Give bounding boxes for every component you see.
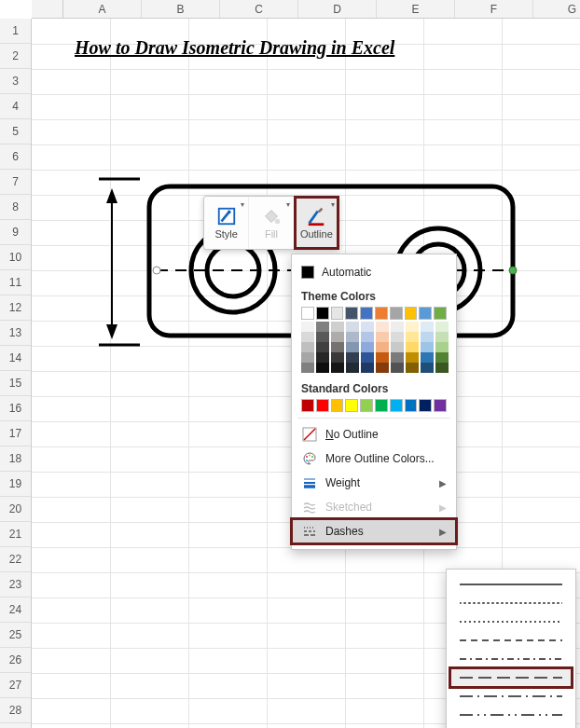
color-swatch[interactable] <box>316 342 329 352</box>
color-swatch[interactable] <box>376 352 389 363</box>
select-all-corner[interactable] <box>32 0 63 18</box>
row-header[interactable]: 17 <box>0 421 31 446</box>
color-swatch[interactable] <box>316 307 329 320</box>
color-swatch[interactable] <box>391 322 404 332</box>
color-swatch[interactable] <box>345 307 358 320</box>
color-swatch[interactable] <box>435 322 449 332</box>
color-swatch[interactable] <box>301 322 314 332</box>
dash-option-long-dash-dot[interactable] <box>450 687 572 706</box>
color-swatch[interactable] <box>361 322 374 332</box>
color-swatch[interactable] <box>406 342 419 352</box>
color-swatch[interactable] <box>331 399 344 412</box>
row-header[interactable]: 20 <box>0 497 31 522</box>
color-swatch[interactable] <box>346 322 359 332</box>
dash-option-solid[interactable] <box>450 575 572 594</box>
color-swatch[interactable] <box>435 352 449 363</box>
dashes-item[interactable]: Dashes ▶ <box>292 519 456 543</box>
row-header[interactable]: 21 <box>0 522 31 547</box>
color-swatch[interactable] <box>421 352 434 363</box>
dash-option-long-dash[interactable] <box>450 668 572 687</box>
row-header[interactable]: 8 <box>0 195 31 220</box>
color-swatch[interactable] <box>419 399 432 412</box>
row-header[interactable]: 18 <box>0 446 31 472</box>
style-button[interactable]: ▾ Style <box>204 197 249 249</box>
row-header[interactable]: 28 <box>0 698 31 723</box>
sketched-item[interactable]: Sketched ▶ <box>292 495 456 519</box>
color-swatch[interactable] <box>331 307 344 320</box>
color-swatch[interactable] <box>391 363 404 373</box>
color-swatch[interactable] <box>361 332 374 342</box>
row-header[interactable]: 15 <box>0 371 31 396</box>
color-swatch[interactable] <box>316 352 329 363</box>
color-swatch[interactable] <box>301 332 314 342</box>
color-swatch[interactable] <box>406 332 419 342</box>
color-swatch[interactable] <box>331 363 344 373</box>
row-header[interactable]: 2 <box>0 44 31 69</box>
row-header[interactable]: 1 <box>0 19 31 44</box>
color-swatch[interactable] <box>405 307 418 320</box>
color-swatch[interactable] <box>301 363 314 373</box>
color-swatch[interactable] <box>405 399 418 412</box>
row-header[interactable]: 11 <box>0 270 31 295</box>
color-swatch[interactable] <box>376 332 389 342</box>
row-header[interactable]: 10 <box>0 245 31 270</box>
color-swatch[interactable] <box>301 352 314 363</box>
row-header[interactable]: 24 <box>0 598 31 623</box>
color-swatch[interactable] <box>375 307 388 320</box>
color-swatch[interactable] <box>331 342 344 352</box>
row-header[interactable]: 6 <box>0 144 31 170</box>
row-header[interactable]: 26 <box>0 648 31 673</box>
color-swatch[interactable] <box>390 307 403 320</box>
row-header[interactable]: 14 <box>0 346 31 371</box>
row-header[interactable]: 3 <box>0 69 31 94</box>
color-swatch[interactable] <box>301 307 314 320</box>
column-header[interactable]: F <box>455 0 533 18</box>
color-swatch[interactable] <box>316 399 329 412</box>
dash-option-dash[interactable] <box>450 631 572 650</box>
color-swatch[interactable] <box>331 352 344 363</box>
color-swatch[interactable] <box>376 322 389 332</box>
dash-option-dash-dot[interactable] <box>450 650 572 668</box>
dash-option-long-dash-dot-dot[interactable] <box>450 706 572 724</box>
color-swatch[interactable] <box>434 399 447 412</box>
color-swatch[interactable] <box>435 342 449 352</box>
color-swatch[interactable] <box>346 352 359 363</box>
color-swatch[interactable] <box>301 342 314 352</box>
column-header[interactable]: E <box>377 0 455 18</box>
color-swatch[interactable] <box>375 399 388 412</box>
color-swatch[interactable] <box>331 322 344 332</box>
row-header[interactable]: 13 <box>0 321 31 346</box>
color-swatch[interactable] <box>391 342 404 352</box>
column-header[interactable]: D <box>298 0 377 18</box>
color-swatch[interactable] <box>376 342 389 352</box>
row-header[interactable]: 9 <box>0 220 31 245</box>
row-header[interactable]: 25 <box>0 623 31 648</box>
color-swatch[interactable] <box>301 399 314 412</box>
row-header[interactable]: 19 <box>0 472 31 497</box>
fill-button[interactable]: ▾ Fill <box>249 197 294 249</box>
color-swatch[interactable] <box>316 363 329 373</box>
color-swatch[interactable] <box>419 307 432 320</box>
color-swatch[interactable] <box>331 332 344 342</box>
color-swatch[interactable] <box>435 363 449 373</box>
column-header[interactable]: A <box>63 0 142 18</box>
row-header[interactable]: 7 <box>0 170 31 195</box>
color-swatch[interactable] <box>434 307 447 320</box>
color-swatch[interactable] <box>316 322 329 332</box>
weight-item[interactable]: Weight ▶ <box>292 471 456 495</box>
dash-option-square-dot[interactable] <box>450 612 572 631</box>
row-header[interactable]: 5 <box>0 119 31 144</box>
column-header[interactable]: G <box>533 0 580 18</box>
color-swatch[interactable] <box>345 399 358 412</box>
color-swatch[interactable] <box>406 352 419 363</box>
outline-button[interactable]: ▾ Outline <box>295 197 338 249</box>
dash-option-round-dot[interactable] <box>450 594 572 612</box>
column-header[interactable]: B <box>142 0 220 18</box>
color-swatch[interactable] <box>421 322 434 332</box>
color-swatch[interactable] <box>421 332 434 342</box>
color-swatch[interactable] <box>360 307 373 320</box>
row-header[interactable]: 22 <box>0 547 31 572</box>
color-swatch[interactable] <box>391 352 404 363</box>
color-swatch[interactable] <box>316 332 329 342</box>
no-outline-item[interactable]: No Outline <box>292 422 456 446</box>
